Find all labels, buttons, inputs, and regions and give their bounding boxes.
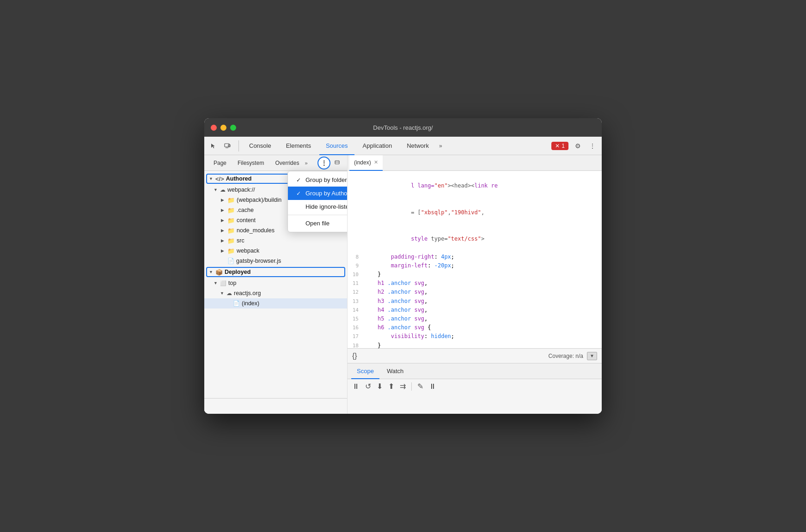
content-chevron: ▶ xyxy=(221,218,226,223)
curly-braces-icon[interactable]: {} xyxy=(352,352,357,360)
tab-network[interactable]: Network xyxy=(400,137,435,155)
sidebar-tab-page[interactable]: Page xyxy=(208,155,232,171)
debug-sep xyxy=(411,382,412,391)
folder-icon: 📁 xyxy=(227,197,235,204)
line-num-8: 8 xyxy=(348,253,364,261)
sidebar-subtabs: Page Filesystem Overrides » ⋮ xyxy=(204,155,347,171)
tab-console[interactable]: Console xyxy=(243,137,278,155)
src-label: src xyxy=(237,237,244,244)
tab-watch[interactable]: Watch xyxy=(381,363,409,379)
index-label: (index) xyxy=(242,300,259,307)
cache-folder-icon: 📁 xyxy=(227,207,235,214)
line-code-13: h3 .anchor svg, xyxy=(364,297,602,306)
line-num-17: 17 xyxy=(348,332,364,341)
src-item[interactable]: ▶ 📁 src xyxy=(204,236,347,246)
tabs-more-icon[interactable]: » xyxy=(437,143,444,149)
line-code-16: h6 .anchor svg { xyxy=(364,323,602,332)
menu-divider xyxy=(288,215,348,215)
menu-group-by-folder[interactable]: ✓ Group by folder xyxy=(288,173,348,187)
coverage-down-button[interactable]: ▼ xyxy=(587,352,597,360)
top-item[interactable]: ▼ ⬜ top xyxy=(204,278,347,288)
tab-application[interactable]: Application xyxy=(356,137,399,155)
index-item[interactable]: 📄 (index) xyxy=(204,298,347,308)
pause-icon[interactable]: ⏸ xyxy=(352,382,360,391)
tab-sources[interactable]: Sources xyxy=(319,137,354,155)
coverage-label: Coverage: n/a xyxy=(549,353,583,359)
cursor-icon[interactable] xyxy=(208,140,219,151)
menu-open-file[interactable]: Open file ⌘ P xyxy=(288,217,348,230)
window-icon: ⬜ xyxy=(220,280,226,286)
code-line-13: 13 h3 .anchor svg, xyxy=(348,297,602,306)
file-tab-label: (index) xyxy=(354,159,371,166)
settings-icon[interactable]: ⚙ xyxy=(572,140,583,151)
topnav-right: ✕ 1 ⚙ ⋮ xyxy=(551,140,598,151)
maximize-button[interactable] xyxy=(230,125,236,131)
file-tab-close[interactable]: ✕ xyxy=(374,159,378,165)
step-icon[interactable]: ⇉ xyxy=(400,382,406,391)
error-count: 1 xyxy=(562,143,565,149)
line-code-8: padding-right: 4px; xyxy=(364,253,602,261)
line-code-9: margin-left: -20px; xyxy=(364,261,602,270)
code-line-16: 16 h6 .anchor svg { xyxy=(348,323,602,332)
minimize-button[interactable] xyxy=(220,125,226,131)
step-out-icon[interactable]: ⬆ xyxy=(388,382,394,391)
line-num-18: 18 xyxy=(348,342,364,348)
sidebar-tab-overrides[interactable]: Overrides xyxy=(269,155,305,171)
webpack-folder-label: webpack xyxy=(237,248,259,254)
context-menu: ✓ Group by folder ✓ Group by Authored/De… xyxy=(287,171,348,232)
bottom-status-bar: {} Coverage: n/a ▼ xyxy=(348,348,602,363)
gatsby-item[interactable]: 📄 gatsby-browser.js xyxy=(204,256,347,266)
code-line-15: 15 h5 .anchor svg, xyxy=(348,314,602,323)
webpack-chevron: ▼ xyxy=(214,187,218,192)
deployed-header[interactable]: ▼ 📦 Deployed xyxy=(206,267,345,277)
line-num-16: 16 xyxy=(348,324,364,332)
code-line-11: 11 h1 .anchor svg, xyxy=(348,279,602,288)
sidebar-tabs-more[interactable]: » xyxy=(305,160,307,166)
content-area: (index) ✕ l lang="en"><head><link re xyxy=(348,155,602,414)
code-line-18: 18 } xyxy=(348,341,602,348)
step-into-icon[interactable]: ⬇ xyxy=(377,382,383,391)
device-icon[interactable] xyxy=(222,140,233,151)
line-code-style: style type="text/css"> xyxy=(364,226,602,253)
reactjs-chevron: ▼ xyxy=(220,291,225,296)
close-button[interactable] xyxy=(211,125,217,131)
error-badge[interactable]: ✕ 1 xyxy=(551,142,568,150)
webpack-folder-icon: 📁 xyxy=(227,248,235,254)
code-area: l lang="en"><head><link re = ["xbsqlp","… xyxy=(348,171,602,348)
menu-hide-ignore[interactable]: Hide ignore-listed sources 📌 xyxy=(288,200,348,213)
tab-elements[interactable]: Elements xyxy=(280,137,318,155)
sidebar-actions: ⋮ xyxy=(318,157,343,169)
reactjs-item[interactable]: ▼ ☁ reactjs.org xyxy=(204,288,347,298)
code-line-9: 9 margin-left: -20px; xyxy=(348,261,602,270)
three-dots-button[interactable]: ⋮ xyxy=(318,157,330,169)
line-num-11: 11 xyxy=(348,279,364,288)
authored-label: Authored xyxy=(226,175,252,182)
checkmark-group-folder: ✓ xyxy=(295,177,302,183)
bottom-panel: Scope Watch ⏸ ↺ ⬇ ⬆ ⇉ ✎ ⏸ xyxy=(348,363,602,414)
debugbar: ⏸ ↺ ⬇ ⬆ ⇉ ✎ ⏸ xyxy=(348,379,602,393)
content-label: content xyxy=(237,217,256,224)
window-title: DevTools - reactjs.org/ xyxy=(373,124,433,131)
nav-icons xyxy=(208,140,233,151)
line-code-18: } xyxy=(364,341,602,348)
menu-hide-ignore-label: Hide ignore-listed sources xyxy=(305,203,348,210)
titlebar: DevTools - reactjs.org/ xyxy=(204,118,602,137)
top-chevron: ▼ xyxy=(214,281,218,285)
traffic-lights xyxy=(211,125,236,131)
file-tab-index[interactable]: (index) ✕ xyxy=(349,155,383,171)
pause-exceptions-icon[interactable]: ⏸ xyxy=(429,382,436,391)
top-nav: Console Elements Sources Application Net… xyxy=(204,137,602,155)
more-icon[interactable]: ⋮ xyxy=(587,140,598,151)
menu-group-authored-deployed[interactable]: ✓ Group by Authored/Deployed 📌 xyxy=(288,187,348,200)
sidebar-tab-filesystem[interactable]: Filesystem xyxy=(232,155,269,171)
line-code-11: h1 .anchor svg, xyxy=(364,279,602,288)
tab-scope[interactable]: Scope xyxy=(351,363,379,379)
buildin-chevron: ▶ xyxy=(221,198,226,202)
file-tabs: (index) ✕ xyxy=(348,155,602,171)
reactjs-cloud-icon: ☁ xyxy=(226,290,232,296)
webpack-folder-item[interactable]: ▶ 📁 webpack xyxy=(204,246,347,256)
deactivate-icon[interactable]: ✎ xyxy=(417,382,423,391)
step-over-icon[interactable]: ↺ xyxy=(365,382,371,391)
sidebar-nav-icon[interactable] xyxy=(332,157,343,169)
code-lines: l lang="en"><head><link re = ["xbsqlp","… xyxy=(348,171,602,348)
